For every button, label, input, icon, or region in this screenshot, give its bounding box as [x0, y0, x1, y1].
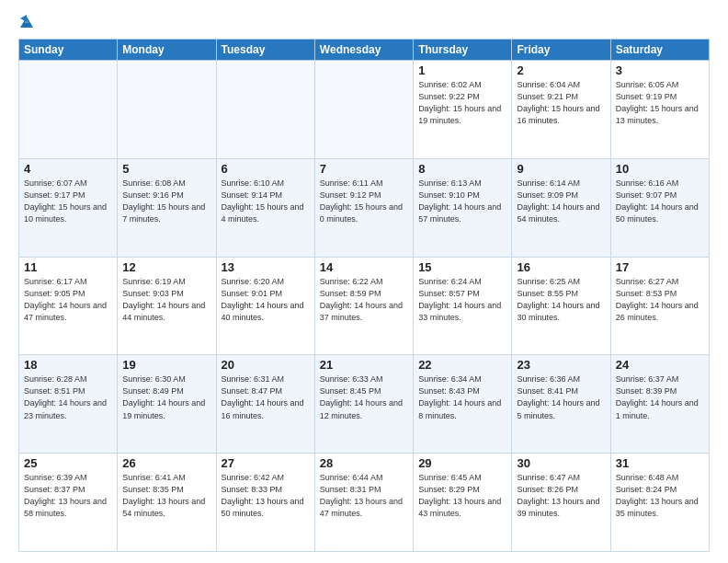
dow-header-sunday: Sunday: [19, 40, 118, 61]
day-number: 11: [24, 260, 112, 274]
day-cell-28: 28Sunrise: 6:44 AMSunset: 8:31 PMDayligh…: [314, 454, 413, 552]
day-cell-16: 16Sunrise: 6:25 AMSunset: 8:55 PMDayligh…: [512, 257, 610, 355]
empty-cell: [19, 61, 118, 159]
day-cell-2: 2Sunrise: 6:04 AMSunset: 9:21 PMDaylight…: [512, 61, 610, 159]
dow-header-saturday: Saturday: [610, 40, 709, 61]
day-info: Sunrise: 6:10 AMSunset: 9:14 PMDaylight:…: [222, 178, 310, 225]
day-number: 22: [418, 358, 506, 372]
day-info: Sunrise: 6:02 AMSunset: 9:22 PMDaylight:…: [418, 79, 506, 127]
day-cell-6: 6Sunrise: 6:10 AMSunset: 9:14 PMDaylight…: [216, 158, 314, 257]
day-cell-25: 25Sunrise: 6:39 AMSunset: 8:37 PMDayligh…: [19, 454, 118, 552]
day-cell-7: 7Sunrise: 6:11 AMSunset: 9:12 PMDaylight…: [314, 158, 413, 257]
day-info: Sunrise: 6:34 AMSunset: 8:43 PMDaylight:…: [418, 373, 506, 421]
day-number: 2: [517, 63, 605, 77]
day-info: Sunrise: 6:45 AMSunset: 8:29 PMDaylight:…: [418, 472, 506, 520]
day-info: Sunrise: 6:11 AMSunset: 9:12 PMDaylight:…: [320, 178, 408, 225]
day-info: Sunrise: 6:30 AMSunset: 8:49 PMDaylight:…: [122, 373, 210, 421]
day-cell-19: 19Sunrise: 6:30 AMSunset: 8:49 PMDayligh…: [118, 355, 216, 454]
dow-header-wednesday: Wednesday: [314, 40, 413, 61]
week-row-3: 11Sunrise: 6:17 AMSunset: 9:05 PMDayligh…: [19, 257, 710, 355]
day-number: 30: [517, 456, 605, 470]
day-info: Sunrise: 6:14 AMSunset: 9:09 PMDaylight:…: [517, 178, 605, 225]
day-info: Sunrise: 6:24 AMSunset: 8:57 PMDaylight:…: [418, 276, 506, 324]
day-cell-18: 18Sunrise: 6:28 AMSunset: 8:51 PMDayligh…: [19, 355, 118, 454]
day-info: Sunrise: 6:44 AMSunset: 8:31 PMDaylight:…: [320, 472, 408, 520]
day-number: 6: [222, 162, 310, 176]
logo: [18, 15, 39, 31]
day-number: 16: [517, 260, 605, 274]
day-cell-8: 8Sunrise: 6:13 AMSunset: 9:10 PMDaylight…: [414, 158, 512, 257]
day-number: 18: [24, 358, 112, 372]
day-number: 24: [616, 358, 704, 372]
day-number: 20: [222, 358, 310, 372]
day-cell-29: 29Sunrise: 6:45 AMSunset: 8:29 PMDayligh…: [414, 454, 512, 552]
svg-rect-3: [23, 23, 30, 28]
day-cell-22: 22Sunrise: 6:34 AMSunset: 8:43 PMDayligh…: [414, 355, 512, 454]
day-number: 3: [616, 63, 704, 77]
day-info: Sunrise: 6:31 AMSunset: 8:47 PMDaylight:…: [222, 373, 310, 421]
day-number: 25: [24, 456, 112, 470]
day-cell-9: 9Sunrise: 6:14 AMSunset: 9:09 PMDaylight…: [512, 158, 610, 257]
day-number: 8: [418, 162, 506, 176]
day-cell-10: 10Sunrise: 6:16 AMSunset: 9:07 PMDayligh…: [610, 158, 709, 257]
header: [18, 15, 710, 31]
svg-marker-4: [20, 15, 27, 22]
day-cell-24: 24Sunrise: 6:37 AMSunset: 8:39 PMDayligh…: [610, 355, 709, 454]
day-info: Sunrise: 6:20 AMSunset: 9:01 PMDaylight:…: [222, 276, 310, 324]
day-info: Sunrise: 6:08 AMSunset: 9:16 PMDaylight:…: [122, 178, 210, 225]
day-info: Sunrise: 6:07 AMSunset: 9:17 PMDaylight:…: [24, 178, 112, 225]
day-number: 26: [122, 456, 210, 470]
day-info: Sunrise: 6:42 AMSunset: 8:33 PMDaylight:…: [222, 472, 310, 520]
day-info: Sunrise: 6:47 AMSunset: 8:26 PMDaylight:…: [517, 472, 605, 520]
day-cell-20: 20Sunrise: 6:31 AMSunset: 8:47 PMDayligh…: [216, 355, 314, 454]
day-number: 5: [122, 162, 210, 176]
day-cell-1: 1Sunrise: 6:02 AMSunset: 9:22 PMDaylight…: [414, 61, 512, 159]
week-row-5: 25Sunrise: 6:39 AMSunset: 8:37 PMDayligh…: [19, 454, 710, 552]
day-number: 17: [616, 260, 704, 274]
day-cell-11: 11Sunrise: 6:17 AMSunset: 9:05 PMDayligh…: [19, 257, 118, 355]
day-number: 10: [616, 162, 704, 176]
page: SundayMondayTuesdayWednesdayThursdayFrid…: [0, 0, 728, 563]
day-number: 21: [320, 358, 408, 372]
day-cell-4: 4Sunrise: 6:07 AMSunset: 9:17 PMDaylight…: [19, 158, 118, 257]
generalblue-logo-icon: [18, 15, 35, 31]
week-row-1: 1Sunrise: 6:02 AMSunset: 9:22 PMDaylight…: [19, 61, 710, 159]
empty-cell: [314, 61, 413, 159]
calendar-table: SundayMondayTuesdayWednesdayThursdayFrid…: [18, 39, 710, 552]
week-row-2: 4Sunrise: 6:07 AMSunset: 9:17 PMDaylight…: [19, 158, 710, 257]
day-info: Sunrise: 6:19 AMSunset: 9:03 PMDaylight:…: [122, 276, 210, 324]
empty-cell: [216, 61, 314, 159]
day-info: Sunrise: 6:05 AMSunset: 9:19 PMDaylight:…: [616, 79, 704, 127]
week-row-4: 18Sunrise: 6:28 AMSunset: 8:51 PMDayligh…: [19, 355, 710, 454]
day-info: Sunrise: 6:33 AMSunset: 8:45 PMDaylight:…: [320, 373, 408, 421]
day-info: Sunrise: 6:28 AMSunset: 8:51 PMDaylight:…: [24, 373, 112, 421]
day-info: Sunrise: 6:04 AMSunset: 9:21 PMDaylight:…: [517, 79, 605, 127]
day-cell-12: 12Sunrise: 6:19 AMSunset: 9:03 PMDayligh…: [118, 257, 216, 355]
day-info: Sunrise: 6:25 AMSunset: 8:55 PMDaylight:…: [517, 276, 605, 324]
day-info: Sunrise: 6:17 AMSunset: 9:05 PMDaylight:…: [24, 276, 112, 324]
day-number: 4: [24, 162, 112, 176]
day-cell-15: 15Sunrise: 6:24 AMSunset: 8:57 PMDayligh…: [414, 257, 512, 355]
day-cell-27: 27Sunrise: 6:42 AMSunset: 8:33 PMDayligh…: [216, 454, 314, 552]
day-number: 14: [320, 260, 408, 274]
day-number: 12: [122, 260, 210, 274]
empty-cell: [118, 61, 216, 159]
day-info: Sunrise: 6:13 AMSunset: 9:10 PMDaylight:…: [418, 178, 506, 225]
day-cell-14: 14Sunrise: 6:22 AMSunset: 8:59 PMDayligh…: [314, 257, 413, 355]
day-cell-3: 3Sunrise: 6:05 AMSunset: 9:19 PMDaylight…: [610, 61, 709, 159]
day-number: 13: [222, 260, 310, 274]
day-number: 19: [122, 358, 210, 372]
day-number: 7: [320, 162, 408, 176]
day-cell-30: 30Sunrise: 6:47 AMSunset: 8:26 PMDayligh…: [512, 454, 610, 552]
day-info: Sunrise: 6:16 AMSunset: 9:07 PMDaylight:…: [616, 178, 704, 225]
dow-header-thursday: Thursday: [414, 40, 512, 61]
day-cell-21: 21Sunrise: 6:33 AMSunset: 8:45 PMDayligh…: [314, 355, 413, 454]
day-cell-26: 26Sunrise: 6:41 AMSunset: 8:35 PMDayligh…: [118, 454, 216, 552]
day-info: Sunrise: 6:27 AMSunset: 8:53 PMDaylight:…: [616, 276, 704, 324]
day-number: 1: [418, 63, 506, 77]
day-number: 15: [418, 260, 506, 274]
day-info: Sunrise: 6:39 AMSunset: 8:37 PMDaylight:…: [24, 472, 112, 520]
day-info: Sunrise: 6:48 AMSunset: 8:24 PMDaylight:…: [616, 472, 704, 520]
calendar-body: 1Sunrise: 6:02 AMSunset: 9:22 PMDaylight…: [19, 61, 710, 552]
day-number: 28: [320, 456, 408, 470]
